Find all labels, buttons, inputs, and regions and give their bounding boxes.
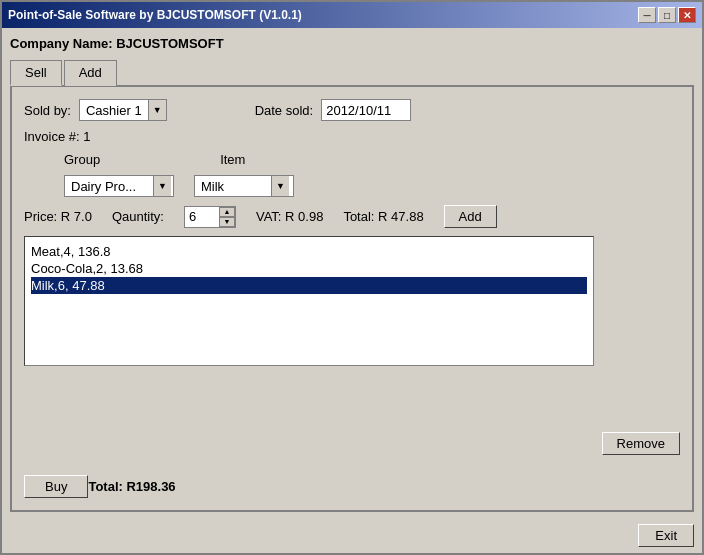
maximize-button[interactable]: □ [658,7,676,23]
item-dropdown-arrow[interactable]: ▼ [271,176,289,196]
company-name: Company Name: BJCUSTOMSOFT [10,36,694,51]
items-list[interactable]: Meat,4, 136.8 Coco-Cola,2, 13.68 Milk,6,… [24,236,594,366]
spin-up-button[interactable]: ▲ [219,207,235,217]
group-value: Dairy Pro... [65,177,153,196]
spin-buttons: ▲ ▼ [219,207,235,227]
tab-add[interactable]: Add [64,60,117,86]
price-label: Price: R 7.0 [24,209,92,224]
grand-total-label: Total: R198.36 [88,479,175,494]
dropdowns-row: Dairy Pro... ▼ Milk ▼ [64,175,680,197]
window-body: Company Name: BJCUSTOMSOFT Sell Add Sold… [2,28,702,520]
title-bar: Point-of-Sale Software by BJCUSTOMSOFT (… [2,2,702,28]
tab-sell[interactable]: Sell [10,60,62,86]
list-item[interactable]: Meat,4, 136.8 [31,243,587,260]
minimize-button[interactable]: ─ [638,7,656,23]
exit-button[interactable]: Exit [638,524,694,547]
date-sold-label: Date sold: [255,103,314,118]
field-labels: Group Item [64,152,680,167]
title-bar-buttons: ─ □ ✕ [638,7,696,23]
group-dropdown-arrow[interactable]: ▼ [153,176,171,196]
group-select[interactable]: Dairy Pro... ▼ [64,175,174,197]
quantity-input[interactable] [185,207,219,227]
vat-label: VAT: R 0.98 [256,209,323,224]
list-area-left: Meat,4, 136.8 Coco-Cola,2, 13.68 Milk,6,… [24,236,594,366]
price-row: Price: R 7.0 Qauntity: ▲ ▼ VAT: R 0.98 T… [24,205,680,228]
total-item-label: Total: R 47.88 [343,209,423,224]
cashier-select[interactable]: Cashier 1 ▼ [79,99,167,121]
item-value: Milk [195,177,271,196]
group-label: Group [64,152,100,167]
quantity-label: Qauntity: [112,209,164,224]
list-item[interactable]: Coco-Cola,2, 13.68 [31,260,587,277]
item-label: Item [220,152,245,167]
window-title: Point-of-Sale Software by BJCUSTOMSOFT (… [8,8,302,22]
quantity-input-wrapper: ▲ ▼ [184,206,236,228]
spin-down-button[interactable]: ▼ [219,217,235,227]
sold-by-label: Sold by: [24,103,71,118]
cashier-dropdown-arrow[interactable]: ▼ [148,100,166,120]
main-panel: Sold by: Cashier 1 ▼ Date sold: Invoice … [10,87,694,512]
main-window: Point-of-Sale Software by BJCUSTOMSOFT (… [0,0,704,555]
item-select[interactable]: Milk ▼ [194,175,294,197]
tab-bar: Sell Add [10,59,694,87]
invoice-label: Invoice #: 1 [24,129,91,144]
list-area: Meat,4, 136.8 Coco-Cola,2, 13.68 Milk,6,… [24,236,680,459]
add-item-button[interactable]: Add [444,205,497,228]
list-area-right: Remove [602,432,680,459]
buy-button[interactable]: Buy [24,475,88,498]
cashier-value: Cashier 1 [80,101,148,120]
invoice-row: Invoice #: 1 [24,129,680,144]
sold-by-row: Sold by: Cashier 1 ▼ Date sold: [24,99,680,121]
remove-button[interactable]: Remove [602,432,680,455]
close-button[interactable]: ✕ [678,7,696,23]
bottom-row: Buy Total: R198.36 [24,475,680,498]
list-item[interactable]: Milk,6, 47.88 [31,277,587,294]
exit-row: Exit [2,520,702,553]
date-input[interactable] [321,99,411,121]
